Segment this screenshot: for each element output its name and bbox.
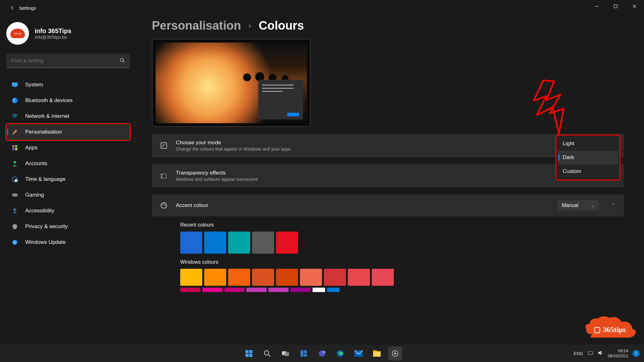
svg-rect-28 (249, 354, 252, 357)
colour-swatch[interactable] (268, 288, 289, 292)
colour-swatch[interactable] (372, 269, 394, 286)
colour-swatch[interactable] (204, 269, 226, 286)
svg-rect-26 (249, 350, 252, 353)
settings-taskbar-icon[interactable] (388, 347, 402, 360)
user-block[interactable]: 365 tips info 365Tips Info@365tips.be (6, 16, 132, 54)
maximize-button[interactable] (606, 0, 625, 13)
colour-swatch[interactable] (224, 288, 244, 292)
colour-swatch[interactable] (180, 269, 202, 286)
colour-swatch[interactable] (180, 288, 200, 292)
sidebar-item-accounts[interactable]: Accounts (6, 156, 130, 171)
svg-rect-25 (245, 350, 249, 353)
setting-accent[interactable]: Accent colour Manual ⌄ ⌃ (152, 194, 624, 216)
sidebar-item-privacy[interactable]: Privacy & security (6, 219, 130, 234)
search-box[interactable] (6, 54, 130, 68)
teams-chat-icon[interactable] (315, 347, 329, 360)
user-name: info 365Tips (35, 27, 71, 35)
colour-swatch[interactable] (246, 288, 267, 292)
setting-title: Transparency effects (176, 170, 573, 176)
sidebar-item-accessibility[interactable]: Accessibility (6, 203, 130, 219)
search-input[interactable] (11, 58, 120, 64)
colour-swatch[interactable] (180, 232, 202, 254)
breadcrumb-parent[interactable]: Personalisation (152, 19, 241, 32)
svg-rect-1 (614, 5, 617, 8)
back-button[interactable] (6, 5, 19, 10)
palette-icon (160, 202, 168, 209)
chevron-right-icon: › (249, 21, 251, 30)
colour-swatch[interactable] (228, 269, 250, 286)
accent-mode-dropdown[interactable]: Manual ⌄ (558, 200, 599, 211)
svg-rect-44 (588, 352, 593, 354)
task-view-icon[interactable] (279, 347, 292, 360)
search-taskbar-icon[interactable] (260, 347, 274, 360)
tray-language[interactable]: ENG (574, 351, 583, 356)
tray-clock[interactable]: 09:24 08/10/2021 (608, 348, 628, 358)
mode-option-dark[interactable]: Dark (558, 151, 618, 164)
colour-swatch[interactable] (276, 269, 298, 286)
sidebar-item-bluetooth[interactable]: Bluetooth & devices (6, 93, 130, 108)
sidebar-item-label: Network & internet (25, 113, 69, 119)
svg-point-16 (14, 208, 15, 210)
gamepad-icon (11, 192, 18, 198)
mode-option-light[interactable]: Light (558, 137, 618, 151)
sidebar-item-update[interactable]: Windows Update (6, 234, 130, 250)
mode-option-custom[interactable]: Custom (558, 164, 618, 178)
recent-colours-label: Recent colours (180, 222, 631, 228)
colour-swatch[interactable] (313, 288, 325, 292)
sidebar-item-personalisation[interactable]: Personalisation (6, 124, 130, 140)
svg-point-21 (162, 204, 163, 205)
colour-swatch[interactable] (348, 269, 370, 286)
setting-desc: Windows and surfaces appear translucent (176, 177, 573, 182)
windows-colours-label: Windows colours (180, 259, 631, 265)
svg-point-17 (12, 240, 17, 245)
colour-swatch[interactable] (290, 288, 311, 292)
svg-point-2 (120, 58, 124, 61)
close-button[interactable] (625, 0, 644, 13)
sidebar-item-system[interactable]: System (6, 77, 130, 93)
transparency-icon (160, 172, 168, 180)
colour-swatch[interactable] (327, 288, 340, 292)
colour-swatch[interactable] (324, 269, 346, 286)
widgets-icon[interactable] (297, 347, 311, 360)
setting-title: Choose your mode (176, 140, 616, 146)
svg-rect-27 (245, 354, 249, 357)
sidebar-item-label: Bluetooth & devices (25, 97, 72, 104)
colour-swatch[interactable] (276, 232, 298, 254)
sidebar-item-label: Time & language (25, 176, 66, 182)
sidebar-item-apps[interactable]: Apps (6, 140, 130, 156)
setting-transparency[interactable]: Transparency effects Windows and surface… (152, 164, 624, 187)
sidebar-item-network[interactable]: Network & internet (6, 108, 130, 124)
chevron-up-icon[interactable]: ⌃ (612, 203, 616, 208)
start-button[interactable] (242, 347, 256, 360)
mail-icon[interactable] (352, 347, 365, 360)
svg-rect-35 (304, 354, 307, 357)
colour-swatch[interactable] (300, 269, 322, 286)
shield-icon (11, 223, 18, 230)
sidebar-item-label: Windows Update (25, 239, 66, 245)
colour-swatch[interactable] (204, 232, 226, 254)
sidebar-item-time-language[interactable]: Time & language (6, 171, 130, 187)
tray-volume-icon[interactable] (598, 350, 603, 356)
colour-swatch[interactable] (252, 232, 274, 254)
colour-swatch[interactable] (252, 269, 274, 286)
tray-notification-badge[interactable]: 3 (633, 350, 640, 357)
dropdown-value: Manual (562, 203, 578, 208)
apps-icon (11, 144, 18, 151)
taskbar: ENG 09:24 08/10/2021 3 (0, 345, 644, 362)
svg-text:▢ 365tips: ▢ 365tips (594, 325, 626, 334)
minimize-button[interactable] (587, 0, 606, 13)
svg-line-3 (123, 61, 124, 62)
sidebar-item-label: Gaming (25, 192, 44, 198)
colour-swatch[interactable] (228, 232, 250, 254)
edge-icon[interactable] (333, 347, 347, 360)
setting-choose-mode[interactable]: Choose your mode Change the colours that… (152, 134, 624, 157)
system-tray: ENG 09:24 08/10/2021 3 (574, 348, 640, 358)
tray-network-icon[interactable] (588, 351, 593, 356)
svg-point-22 (164, 204, 165, 204)
windows-colours-row-2 (180, 288, 407, 292)
svg-rect-5 (14, 86, 16, 87)
file-explorer-icon[interactable] (370, 347, 384, 360)
svg-rect-7 (12, 134, 14, 135)
colour-swatch[interactable] (202, 288, 222, 292)
sidebar-item-gaming[interactable]: Gaming (6, 187, 130, 203)
